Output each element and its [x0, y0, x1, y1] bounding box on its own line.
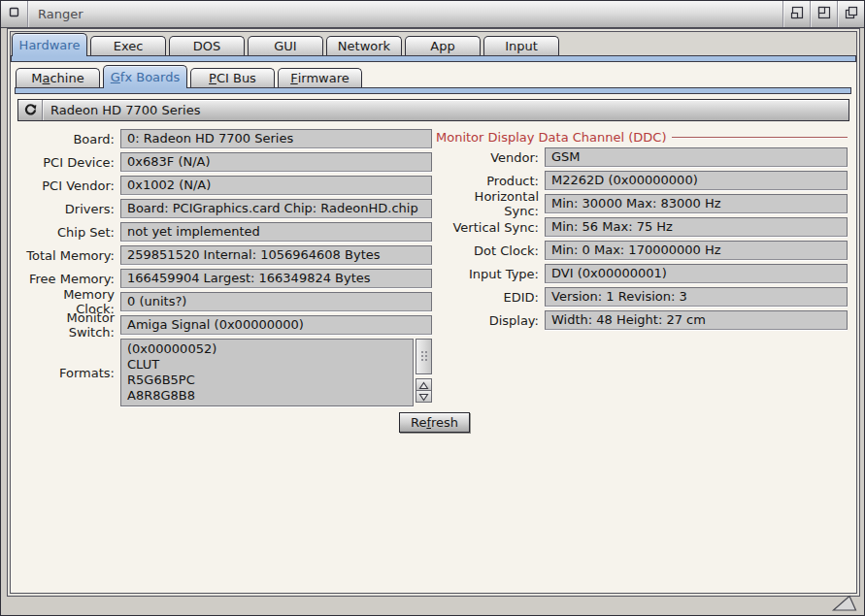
resize-icon: [831, 598, 858, 616]
field-row: Product: M2262D (0x00000000): [436, 171, 848, 190]
field-row: PCI Device: 0x683F (N/A): [21, 152, 432, 172]
field-label: Product:: [436, 174, 539, 188]
zoom-button[interactable]: [811, 1, 837, 27]
close-icon: [7, 5, 21, 23]
resize-handle[interactable]: [831, 595, 858, 612]
iconify-icon: [789, 5, 805, 24]
field-row: Total Memory: 259851520 Internal: 105696…: [21, 245, 432, 265]
ranger-window: Ranger Hardware Exec DOS GUI N: [0, 0, 865, 616]
field-row: Dot Clock: Min: 0 Max: 170000000 Hz: [436, 241, 848, 260]
field-label: Dot Clock:: [436, 243, 539, 258]
scroll-down-button[interactable]: [416, 390, 432, 403]
grip-dots-icon: [420, 347, 428, 366]
cycle-icon: [18, 100, 42, 120]
field-value: Min: 0 Max: 170000000 Hz: [545, 241, 848, 260]
list-item[interactable]: CLUT: [127, 357, 407, 373]
field-row: Input Type: DVI (0x00000001): [436, 264, 848, 283]
field-row: Display: Width: 48 Height: 27 cm: [436, 310, 848, 330]
field-value: 0 (units?): [120, 292, 432, 311]
field-value: Width: 48 Height: 27 cm: [545, 310, 848, 330]
depth-button[interactable]: [838, 1, 864, 27]
field-label: PCI Vendor:: [21, 178, 115, 193]
field-value: 0x1002 (N/A): [120, 176, 432, 195]
board-selector-value: Radeon HD 7700 Series: [43, 100, 208, 120]
scrollbar-thumb[interactable]: [416, 339, 432, 374]
formats-label: Formats:: [21, 366, 115, 380]
list-item[interactable]: R5G6B5PC: [127, 373, 407, 388]
tab-exec[interactable]: Exec: [90, 36, 166, 55]
tab-firmware[interactable]: Firmware: [278, 68, 362, 87]
field-value: not yet implemented: [120, 222, 432, 242]
tab-pci-bus[interactable]: PCI Bus: [190, 68, 275, 87]
field-row: EDID: Version: 1 Revision: 3: [436, 287, 848, 307]
tab-hardware[interactable]: Hardware: [12, 33, 87, 56]
field-label: Vertical Sync:: [436, 220, 539, 235]
active-subpage-strip: [15, 87, 851, 94]
field-label: Total Memory:: [21, 248, 115, 263]
iconify-button[interactable]: [783, 1, 810, 27]
tab-input[interactable]: Input: [483, 36, 559, 55]
field-row: PCI Vendor: 0x1002 (N/A): [21, 176, 432, 195]
ddc-title-rule: [672, 137, 848, 138]
field-row: Vertical Sync: Min: 56 Max: 75 Hz: [436, 217, 848, 237]
hardware-sub-tabs: Machine Gfx Boards PCI Bus Firmware: [16, 64, 365, 87]
ddc-group-title: Monitor Display Data Channel (DDC): [436, 129, 848, 145]
field-value: Board: PCIGraphics.card Chip: RadeonHD.c…: [120, 199, 432, 218]
main-tabs: Hardware Exec DOS GUI Network App Input: [12, 32, 562, 55]
field-value: 166459904 Largest: 166349824 Bytes: [120, 269, 432, 288]
field-label: Display:: [436, 313, 539, 328]
field-label: Monitor Switch:: [21, 310, 115, 340]
field-row: Board: 0: Radeon HD 7700 Series: [21, 129, 432, 148]
field-value: 0: Radeon HD 7700 Series: [120, 129, 432, 148]
refresh-button[interactable]: Refresh: [399, 412, 470, 433]
field-row: Monitor Switch: Amiga Signal (0x00000000…: [21, 315, 432, 335]
field-value: 259851520 Internal: 1056964608 Bytes: [120, 245, 432, 265]
field-row: Vendor: GSM: [436, 147, 848, 167]
field-value: M2262D (0x00000000): [545, 171, 848, 190]
zoom-icon: [816, 5, 832, 24]
field-row: Free Memory: 166459904 Largest: 16634982…: [21, 269, 432, 288]
close-button[interactable]: [1, 1, 27, 27]
field-row: Horizontal Sync: Min: 30000 Max: 83000 H…: [436, 194, 848, 213]
field-value: Min: 56 Max: 75 Hz: [545, 217, 848, 237]
field-label: Drivers:: [21, 202, 115, 216]
gfx-board-fields: Board: 0: Radeon HD 7700 Series PCI Devi…: [21, 129, 432, 406]
field-value: Min: 30000 Max: 83000 Hz: [545, 194, 848, 213]
tab-machine[interactable]: Machine: [16, 68, 100, 87]
field-row: Memory Clock: 0 (units?): [21, 292, 432, 311]
field-row: Chip Set: not yet implemented: [21, 222, 432, 242]
list-item[interactable]: A8R8G8B8: [127, 388, 407, 404]
formats-scrollbar: [416, 339, 432, 406]
field-value: Version: 1 Revision: 3: [545, 287, 848, 307]
ddc-group: Monitor Display Data Channel (DDC) Vendo…: [436, 129, 848, 334]
field-label: EDID:: [436, 290, 539, 305]
ddc-title-text: Monitor Display Data Channel (DDC): [436, 130, 667, 145]
arrow-down-icon: [418, 387, 429, 405]
tab-dos[interactable]: DOS: [169, 36, 245, 55]
board-selector[interactable]: Radeon HD 7700 Series: [17, 99, 849, 121]
depth-icon: [844, 5, 859, 24]
field-label: PCI Device:: [21, 155, 115, 170]
field-label: Free Memory:: [21, 272, 115, 286]
field-label: Board:: [21, 132, 115, 146]
tab-gfx-boards[interactable]: Gfx Boards: [103, 65, 187, 88]
field-label: Input Type:: [436, 267, 539, 281]
field-value: GSM: [545, 147, 848, 167]
tab-gui[interactable]: GUI: [248, 36, 323, 55]
field-label: Vendor:: [436, 150, 539, 165]
formats-list[interactable]: (0x00000052) CLUT R5G6B5PC A8R8G8B8: [120, 339, 414, 406]
field-value: DVI (0x00000001): [545, 264, 848, 283]
active-page-strip: [11, 55, 856, 62]
window-content: Hardware Exec DOS GUI Network App Input …: [10, 31, 857, 594]
field-row: Drivers: Board: PCIGraphics.card Chip: R…: [21, 199, 432, 218]
formats-row: Formats: (0x00000052) CLUT R5G6B5PC A8R8…: [21, 339, 432, 406]
field-value: 0x683F (N/A): [120, 152, 432, 172]
field-label: Horizontal Sync:: [436, 189, 539, 218]
titlebar[interactable]: Ranger: [1, 1, 864, 28]
tab-network[interactable]: Network: [326, 36, 402, 55]
field-label: Chip Set:: [21, 225, 115, 240]
tab-app[interactable]: App: [405, 36, 481, 55]
window-title: Ranger: [28, 1, 782, 27]
field-value: Amiga Signal (0x00000000): [120, 315, 432, 335]
list-item[interactable]: (0x00000052): [127, 341, 407, 357]
